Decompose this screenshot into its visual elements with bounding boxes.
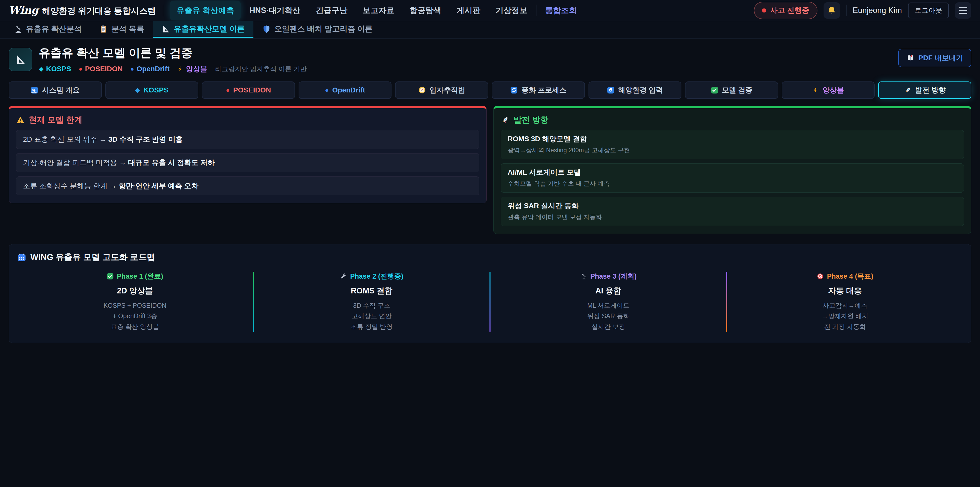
roadmap-phases: Phase 1 (완료) 2D 앙상블 KOSPS + POSEIDON + O… [17, 272, 963, 332]
incident-badge-label: 사고 진행중 [770, 5, 809, 16]
page-subtitle: 라그랑지안 입자추적 이론 기반 [215, 65, 307, 73]
section-pill-poseidon[interactable]: ● POSEIDON [202, 81, 295, 99]
nav-item-oil-spill-prediction[interactable]: 유출유 확산예측 [170, 1, 241, 20]
sub-tab-bar: 유출유 확산분석 분석 목록 유출유확산모델 이론 [0, 21, 980, 38]
badge-ensemble: 앙상블 [177, 64, 207, 74]
app-logo[interactable]: Wing 해양환경 위기대응 통합시스템 [9, 4, 156, 17]
roadmap-phase-1: Phase 1 (완료) 2D 앙상블 KOSPS + POSEIDON + O… [17, 272, 253, 332]
refresh-icon [510, 86, 518, 94]
phase-1-name: 2D 앙상블 [17, 286, 253, 296]
section-pill-weathering-process[interactable]: 풍화 프로세스 [492, 81, 585, 99]
user-name: Eunjeong Kim [853, 6, 902, 15]
pdf-export-button[interactable]: PDF 내보내기 [898, 49, 971, 67]
tab-analysis-list[interactable]: 분석 목록 [90, 21, 153, 38]
tab-diffusion-model-theory[interactable]: 유출유확산모델 이론 [153, 21, 253, 38]
page-title: 유출유 확산 모델 이론 및 검증 [39, 45, 307, 61]
cyclone-icon [607, 86, 614, 94]
roadmap-phase-3: Phase 3 (계획) AI 융합 ML 서로게이트 위성 SAR 동화 실시… [490, 272, 726, 332]
bell-icon [827, 6, 837, 15]
tab-spill-analysis[interactable]: 유출유 확산분석 [5, 21, 90, 38]
phase-4-label: Phase 4 (목표) [817, 272, 873, 281]
divider [536, 5, 536, 16]
section-pill-ensemble[interactable]: 앙상블 [782, 81, 875, 99]
triangle-ruler-icon [14, 53, 27, 65]
tab-label: 유출유확산모델 이론 [174, 24, 245, 34]
page-header: 유출유 확산 모델 이론 및 검증 ◆ KOSPS ● POSEIDON ● O… [9, 45, 971, 74]
wrench-icon [340, 273, 347, 280]
app-title: 해양환경 위기대응 통합시스템 [42, 5, 156, 17]
nav-item-integrated-search[interactable]: 통합조회 [538, 1, 584, 20]
clipboard-icon [99, 25, 108, 34]
bolt-icon [177, 65, 183, 72]
nav-item-weather-info[interactable]: 기상정보 [489, 1, 534, 20]
section-pill-kosps[interactable]: ◆ KOSPS [105, 81, 199, 99]
shield-icon [262, 25, 271, 34]
target-icon [817, 273, 824, 280]
phase-1-label: Phase 1 (완료) [107, 272, 163, 281]
limits-panel-title: 현재 모델 한계 [16, 114, 479, 126]
nav-item-board[interactable]: 게시판 [450, 1, 487, 20]
check-icon [711, 86, 718, 94]
limit-item: 2D 표층 확산 모의 위주 → 3D 수직 구조 반영 미흡 [16, 130, 479, 149]
logo-wordmark: Wing [9, 4, 38, 16]
top-bar: Wing 해양환경 위기대응 통합시스템 유출유 확산예측 HNS·대기확산 긴… [0, 0, 980, 21]
wave-icon [30, 86, 38, 94]
divider [163, 5, 163, 16]
current-model-limits-panel: 현재 모델 한계 2D 표층 확산 모의 위주 → 3D 수직 구조 반영 미흡… [9, 106, 487, 203]
circle-icon: ● [130, 66, 134, 72]
section-pill-model-validation[interactable]: 모델 검증 [685, 81, 778, 99]
diamond-icon: ◆ [135, 87, 140, 93]
future-item: ROMS 3D 해양모델 결합 광역→상세역 Nesting 200m급 고해상… [501, 130, 964, 159]
phase-2-label: Phase 2 (진행중) [340, 272, 404, 281]
future-item: 위성 SAR 실시간 동화 관측 유막 데이터 모델 보정 자동화 [501, 197, 964, 226]
section-pill-ocean-env-input[interactable]: 해양환경 입력 [589, 81, 682, 99]
phase-2-name: ROMS 결합 [254, 286, 490, 296]
limit-item: 조류 조화상수 분해능 한계 → 항만·연안 세부 예측 오차 [16, 176, 479, 195]
microscope-icon [580, 273, 587, 280]
section-pill-future-direction[interactable]: 발전 방향 [878, 81, 971, 99]
nav-item-emergency-rescue[interactable]: 긴급구난 [309, 1, 354, 20]
section-pill-opendrift[interactable]: ● OpenDrift [299, 81, 392, 99]
tab-label: 오일펜스 배치 알고리즘 이론 [274, 24, 372, 34]
phase-3-label: Phase 3 (계획) [580, 272, 637, 281]
tab-label: 분석 목록 [111, 24, 144, 34]
roadmap-phase-2: Phase 2 (진행중) ROMS 결합 3D 수직 구조 고해상도 연안 조… [254, 272, 490, 332]
section-pill-system-overview[interactable]: 시스템 개요 [9, 81, 102, 99]
check-icon [107, 273, 114, 280]
circle-icon: ● [79, 66, 83, 72]
rocket-icon [904, 86, 912, 94]
page-icon-tile [9, 48, 32, 71]
diamond-icon: ◆ [39, 66, 43, 72]
menu-button[interactable] [955, 2, 971, 19]
main-nav: 유출유 확산예측 HNS·대기확산 긴급구난 보고자료 항공탐색 게시판 기상정… [170, 1, 584, 20]
roadmap-phase-4: Phase 4 (목표) 자동 대응 사고감지→예측 →방제자원 배치 전 과정… [727, 272, 963, 332]
roadmap-title: WING 유출유 모델 고도화 로드맵 [17, 252, 963, 263]
logout-button[interactable]: 로그아웃 [908, 3, 949, 18]
tab-label: 유출유 확산분석 [26, 24, 82, 34]
nav-item-aerial-search[interactable]: 항공탐색 [403, 1, 448, 20]
badge-opendrift: ● OpenDrift [130, 65, 170, 73]
notifications-button[interactable] [824, 2, 840, 19]
section-pill-particle-tracking[interactable]: 입자추적법 [395, 81, 488, 99]
badge-kosps: ◆ KOSPS [39, 65, 71, 73]
incident-status-badge[interactable]: 사고 진행중 [754, 2, 818, 19]
tab-oil-fence-algorithm-theory[interactable]: 오일펜스 배치 알고리즘 이론 [253, 21, 381, 38]
limit-item: 기상·해양 결합 피드백 미적용 → 대규모 유출 시 정확도 저하 [16, 153, 479, 172]
future-direction-panel: 발전 방향 ROMS 3D 해양모델 결합 광역→상세역 Nesting 200… [493, 106, 971, 234]
calendar-icon [17, 253, 26, 262]
phase-4-name: 자동 대응 [727, 286, 963, 296]
future-item: AI/ML 서로게이트 모델 수치모델 학습 기반 수초 내 근사 예측 [501, 163, 964, 193]
warning-icon [16, 116, 25, 125]
nav-item-reports[interactable]: 보고자료 [356, 1, 401, 20]
panels-row: 현재 모델 한계 2D 표층 확산 모의 위주 → 3D 수직 구조 반영 미흡… [9, 106, 971, 234]
roadmap-panel: WING 유출유 모델 고도화 로드맵 Phase 1 (완료) 2D 앙상블 … [9, 244, 971, 343]
microscope-icon [14, 25, 22, 34]
book-icon [907, 54, 915, 62]
page-content: 유출유 확산 모델 이론 및 검증 ◆ KOSPS ● POSEIDON ● O… [0, 45, 980, 343]
circle-icon: ● [226, 87, 230, 93]
hamburger-icon [959, 7, 967, 14]
circle-icon: ● [325, 87, 329, 93]
rocket-icon [501, 116, 509, 125]
model-badges: ◆ KOSPS ● POSEIDON ● OpenDrift [39, 64, 307, 74]
nav-item-hns-air-diffusion[interactable]: HNS·대기확산 [243, 1, 307, 20]
